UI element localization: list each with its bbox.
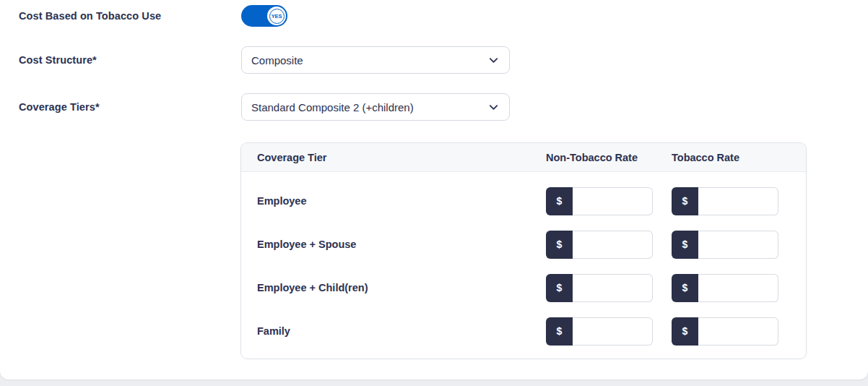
non-tobacco-rate-group: $ (546, 317, 653, 346)
cost-structure-value: Composite (251, 54, 303, 67)
header-tobacco-rate: Tobacco Rate (672, 152, 806, 163)
cost-structure-label: Cost Structure* (19, 54, 241, 66)
coverage-tiers-select[interactable]: Standard Composite 2 (+children) (241, 93, 510, 121)
tobacco-rate-group: $ (672, 274, 778, 302)
chevron-down-icon (488, 102, 499, 113)
non-tobacco-rate-input[interactable] (573, 274, 653, 302)
toggle-knob: YES (267, 7, 286, 25)
dollar-prefix: $ (546, 187, 573, 215)
table-row: Employee + Spouse$$ (241, 223, 806, 266)
coverage-tiers-value: Standard Composite 2 (+children) (251, 101, 414, 113)
non-tobacco-rate-group: $ (546, 274, 653, 302)
table-row: Family$$ (241, 309, 806, 353)
tobacco-rate-input[interactable] (698, 274, 778, 302)
non-tobacco-rate-group: $ (546, 231, 653, 259)
dollar-prefix: $ (672, 187, 698, 215)
table-row: Employee$$ (241, 179, 806, 223)
coverage-tiers-label: Coverage Tiers* (19, 101, 241, 113)
rate-table-header: Coverage Tier Non-Tobacco Rate Tobacco R… (241, 143, 806, 172)
coverage-tiers-row: Coverage Tiers* Standard Composite 2 (+c… (19, 93, 510, 121)
dollar-prefix: $ (546, 231, 573, 259)
header-non-tobacco-rate: Non-Tobacco Rate (546, 152, 672, 163)
tier-label: Employee (257, 195, 546, 207)
tobacco-rate-group: $ (672, 231, 778, 259)
non-tobacco-rate-input[interactable] (573, 187, 653, 215)
tier-label: Family (257, 325, 546, 337)
cost-structure-select[interactable]: Composite (241, 46, 510, 74)
toggle-state-label: YES (269, 9, 285, 24)
dollar-prefix: $ (672, 274, 698, 302)
tobacco-use-row: Cost Based on Tobacco Use YES (19, 5, 287, 27)
rate-table: Coverage Tier Non-Tobacco Rate Tobacco R… (240, 142, 807, 359)
dollar-prefix: $ (546, 274, 573, 302)
dollar-prefix: $ (546, 317, 573, 346)
dollar-prefix: $ (672, 231, 698, 259)
chevron-down-icon (488, 55, 499, 66)
tobacco-use-label: Cost Based on Tobacco Use (19, 10, 241, 22)
non-tobacco-rate-input[interactable] (573, 231, 653, 259)
table-row: Employee + Child(ren)$$ (241, 266, 806, 309)
rate-table-body: Employee$$Employee + Spouse$$Employee + … (241, 172, 806, 359)
tobacco-rate-group: $ (672, 317, 778, 346)
form-card: Cost Based on Tobacco Use YES Cost Struc… (0, 0, 868, 379)
non-tobacco-rate-input[interactable] (573, 317, 653, 346)
tobacco-use-toggle[interactable]: YES (241, 5, 287, 27)
tobacco-rate-input[interactable] (698, 231, 778, 259)
tobacco-rate-input[interactable] (698, 187, 778, 215)
non-tobacco-rate-group: $ (546, 187, 653, 215)
tobacco-rate-input[interactable] (698, 317, 778, 346)
tier-label: Employee + Spouse (257, 239, 546, 250)
dollar-prefix: $ (672, 317, 698, 346)
cost-structure-row: Cost Structure* Composite (19, 46, 510, 74)
tobacco-rate-group: $ (672, 187, 778, 215)
header-coverage-tier: Coverage Tier (257, 152, 546, 163)
tier-label: Employee + Child(ren) (257, 282, 546, 293)
